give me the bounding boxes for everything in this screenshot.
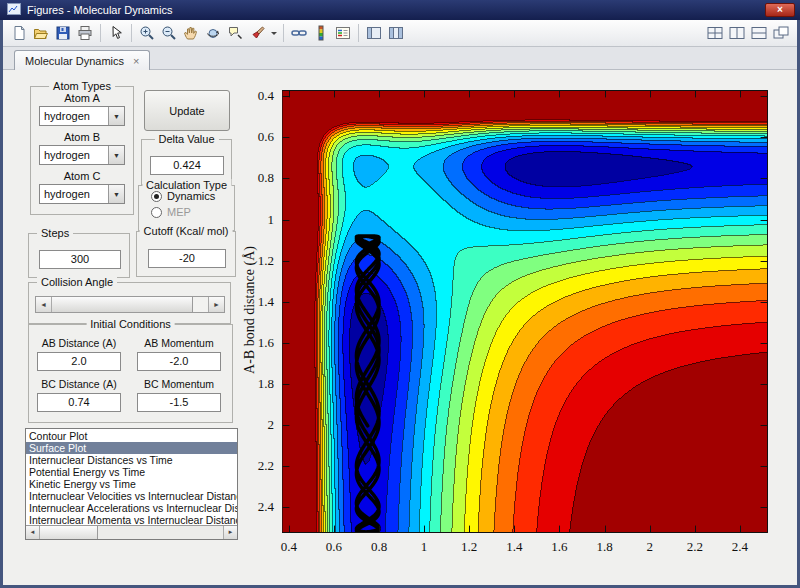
cutoff-title: Cutoff (Kcal/ mol) [140, 225, 233, 237]
figure-content: Atom Types Atom A hydrogen ▼ Atom B hydr… [3, 70, 797, 585]
hscroll-thumb[interactable] [40, 526, 98, 539]
list-item[interactable]: Kinetic Energy vs Time [26, 478, 237, 490]
print-figure-icon[interactable] [74, 22, 96, 44]
y-tick-label: 1.2 [258, 253, 274, 269]
ab-momentum-input[interactable]: -2.0 [137, 352, 221, 371]
bc-momentum-label: BC Momentum [137, 378, 221, 390]
toolbar-separator [283, 24, 284, 42]
atom-c-label: Atom C [31, 170, 133, 182]
hide-plot-tools-icon[interactable] [363, 22, 385, 44]
x-tick-label: 2.2 [687, 539, 703, 555]
steps-input[interactable]: 300 [39, 250, 121, 269]
list-item[interactable]: Internuclear Momenta vs Internuclear Dis… [26, 514, 237, 525]
y-tick-label: 2.2 [258, 458, 274, 474]
window-border [0, 20, 3, 588]
link-plot-icon[interactable] [288, 22, 310, 44]
window-title: Figures - Molecular Dynamics [27, 4, 172, 16]
view-grid-icon[interactable] [704, 22, 726, 44]
radio-circle[interactable] [151, 191, 162, 202]
contour-plot-axes: 0.40.60.811.21.41.61.822.22.40.40.60.811… [282, 90, 768, 533]
list-item[interactable]: Potential Energy vs Time [26, 466, 237, 478]
potential-energy-surface-canvas[interactable] [282, 90, 768, 533]
save-figure-icon[interactable] [52, 22, 74, 44]
brush-dropdown-icon[interactable] [268, 22, 279, 44]
chevron-down-icon[interactable]: ▼ [108, 107, 124, 125]
steps-panel: Steps 300 [28, 233, 130, 278]
radio-dynamics[interactable]: Dynamics [151, 190, 234, 202]
radio-mep-label: MEP [167, 206, 191, 218]
chevron-down-icon[interactable]: ▼ [108, 185, 124, 203]
toolbar-separator [100, 24, 101, 42]
insert-legend-icon[interactable] [332, 22, 354, 44]
ab-distance-input[interactable]: 2.0 [37, 352, 121, 371]
show-plot-tools-icon[interactable] [385, 22, 407, 44]
atom-a-select[interactable]: hydrogen ▼ [39, 106, 125, 126]
y-tick-label: 1.8 [258, 376, 274, 392]
y-tick-label: 0.4 [258, 88, 274, 104]
slider-left-arrow-icon[interactable]: ◄ [36, 297, 52, 312]
listbox-hscrollbar[interactable]: ◄ ► [26, 525, 237, 539]
atom-c-select[interactable]: hydrogen ▼ [39, 184, 125, 204]
hscroll-left-arrow-icon[interactable]: ◄ [26, 526, 40, 539]
slider-right-arrow-icon[interactable]: ► [208, 297, 224, 312]
atom-b-value: hydrogen [40, 146, 108, 164]
radio-mep[interactable]: MEP [151, 206, 234, 218]
atom-a-label: Atom A [31, 92, 133, 104]
y-tick-label: 0.6 [258, 129, 274, 145]
list-item[interactable]: Surface Plot [26, 442, 237, 454]
bc-distance-label: BC Distance (A) [37, 378, 121, 390]
figures-window: Figures - Molecular Dynamics × Mole [0, 0, 800, 588]
close-button[interactable]: × [765, 3, 795, 17]
window-icon [7, 3, 21, 17]
initial-conditions-title: Initial Conditions [86, 318, 175, 330]
atom-types-panel: Atom Types Atom A hydrogen ▼ Atom B hydr… [30, 86, 134, 215]
ab-momentum-label: AB Momentum [137, 337, 221, 349]
hscroll-right-arrow-icon[interactable]: ► [223, 526, 237, 539]
radio-dot [154, 194, 159, 199]
zoom-out-icon[interactable] [158, 22, 180, 44]
view-columns-icon[interactable] [726, 22, 748, 44]
y-tick-label: 0.8 [258, 170, 274, 186]
list-item[interactable]: Internuclear Accelerations vs Internucle… [26, 502, 237, 514]
rotate-3d-icon[interactable] [202, 22, 224, 44]
delta-value-input[interactable]: 0.424 [150, 156, 224, 175]
new-figure-icon[interactable] [8, 22, 30, 44]
x-tick-label: 1.2 [461, 539, 477, 555]
tab-molecular-dynamics[interactable]: Molecular Dynamics × [14, 50, 150, 70]
x-tick-label: 0.8 [371, 539, 387, 555]
x-tick-label: 1.4 [506, 539, 522, 555]
view-float-icon[interactable] [770, 22, 792, 44]
atom-types-title: Atom Types [49, 80, 115, 92]
figure-toolbar [3, 20, 797, 47]
insert-colorbar-icon[interactable] [310, 22, 332, 44]
atom-b-label: Atom B [31, 131, 133, 143]
pan-hand-icon[interactable] [180, 22, 202, 44]
radio-circle[interactable] [151, 207, 162, 218]
list-item[interactable]: Contour Plot [26, 430, 237, 442]
zoom-in-icon[interactable] [136, 22, 158, 44]
bc-distance-input[interactable]: 0.74 [37, 393, 121, 412]
x-tick-label: 1 [421, 539, 428, 555]
view-rows-icon[interactable] [748, 22, 770, 44]
titlebar[interactable]: Figures - Molecular Dynamics × [0, 0, 800, 20]
tab-close-icon[interactable]: × [133, 55, 139, 67]
atom-b-select[interactable]: hydrogen ▼ [39, 145, 125, 165]
calculation-type-title: Calculation Type [142, 179, 231, 191]
list-item[interactable]: Internuclear Velocities vs Internuclear … [26, 490, 237, 502]
bc-momentum-input[interactable]: -1.5 [137, 393, 221, 412]
slider-thumb[interactable] [52, 297, 193, 312]
plot-type-listbox[interactable]: Contour Plot Surface Plot Internuclear D… [25, 428, 238, 540]
brush-data-icon[interactable] [246, 22, 268, 44]
y-axis-label: A-B bond distance (Å) [242, 246, 258, 374]
open-file-icon[interactable] [30, 22, 52, 44]
ab-distance-label: AB Distance (A) [37, 337, 121, 349]
edit-plot-icon[interactable] [105, 22, 127, 44]
chevron-down-icon[interactable]: ▼ [108, 146, 124, 164]
initial-conditions-panel: Initial Conditions AB Distance (A) AB Mo… [28, 324, 233, 423]
atom-c-value: hydrogen [40, 185, 108, 203]
cutoff-input[interactable]: -20 [148, 249, 226, 268]
data-cursor-icon[interactable] [224, 22, 246, 44]
update-button[interactable]: Update [144, 90, 230, 131]
list-item[interactable]: Internuclear Distances vs Time [26, 454, 237, 466]
collision-angle-slider[interactable]: ◄ ► [35, 296, 225, 313]
